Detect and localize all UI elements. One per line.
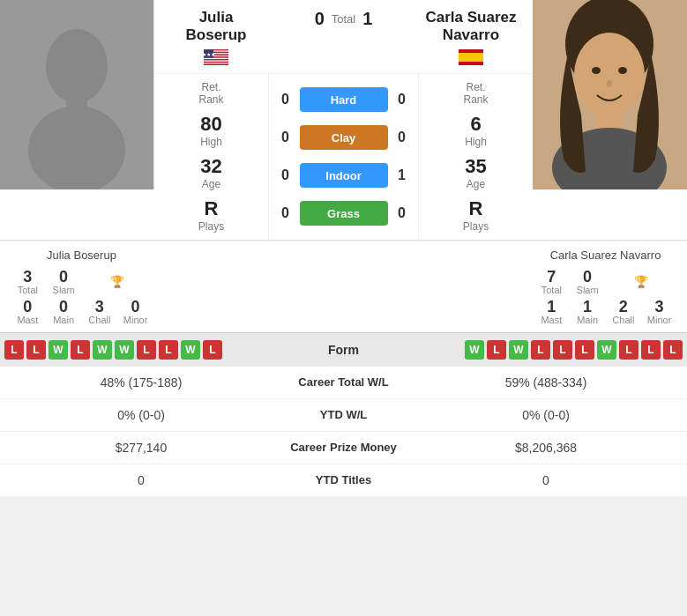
svg-point-22	[574, 33, 645, 117]
grass-score-right: 0	[393, 205, 411, 221]
names-row: Julia Boserup	[154, 0, 533, 74]
right-minor-label: Minor	[645, 315, 674, 325]
left-minor-value: 0	[121, 299, 150, 315]
right-ret-rank: Ret. Rank	[463, 81, 488, 106]
grass-court-row: 0 Grass 0	[269, 201, 418, 226]
right-name-block: Carla Suarez Navarro	[414, 9, 528, 69]
left-mast-label: Mast	[13, 315, 42, 325]
form-badge: L	[71, 340, 90, 360]
left-total-value: 3	[13, 269, 42, 285]
right-main-stat: 1 Main	[573, 299, 602, 325]
career-wl-label: Career Total W/L	[278, 375, 409, 389]
left-high-block: 80 High	[200, 113, 222, 148]
left-chall-label: Chall	[86, 315, 115, 325]
center-area: Julia Boserup	[154, 0, 533, 240]
right-ytd-titles: 0	[409, 473, 683, 487]
total-label: Total	[332, 12, 355, 26]
right-age-label: Age	[465, 178, 486, 190]
left-player-photo	[0, 0, 154, 189]
right-high-block: 6 High	[465, 113, 487, 148]
left-plays-value: R	[198, 197, 224, 220]
form-badge: L	[531, 340, 550, 360]
right-total-score: 1	[362, 9, 372, 29]
form-badge: L	[619, 340, 638, 360]
right-trophy-icon: 🏆	[634, 275, 648, 288]
clay-court-btn[interactable]: Clay	[300, 125, 388, 150]
left-trophy-icon: 🏆	[110, 275, 124, 288]
form-badge: L	[575, 340, 594, 360]
form-badge: W	[115, 340, 134, 360]
left-name-block: Julia Boserup	[159, 9, 273, 69]
left-high-value: 80	[200, 113, 222, 136]
right-total-value: 7	[537, 269, 566, 285]
form-badge: W	[509, 340, 528, 360]
form-badge: L	[641, 340, 661, 360]
grass-court-btn[interactable]: Grass	[300, 201, 388, 226]
svg-point-2	[28, 106, 125, 189]
right-ret-label: Ret.	[463, 81, 488, 93]
name-labels-row: Julia Boserup 3 Total 0 Slam 🏆 0 Mast	[0, 241, 687, 332]
form-badge: W	[597, 340, 616, 360]
ytd-titles-label: YTD Titles	[278, 473, 409, 486]
right-minor-stat: 3 Minor	[645, 299, 674, 325]
left-form-badges: LLWLWWLLWL	[4, 340, 278, 360]
right-high-label: High	[465, 136, 487, 148]
right-slam-stat: 0 Slam	[573, 269, 602, 295]
right-player-name-line2: Navarro	[414, 26, 528, 44]
right-chall-label: Chall	[609, 315, 638, 325]
left-chall-stat: 3 Chall	[86, 299, 115, 325]
left-total-stat: 3 Total	[13, 269, 42, 295]
svg-rect-15	[204, 63, 228, 64]
form-badge: W	[49, 340, 68, 360]
right-trophy-area: 🏆	[609, 269, 675, 295]
left-flag: ★★★	[159, 49, 273, 69]
right-form-badges: WLWLLLWLLL	[409, 340, 683, 360]
left-main-label: Main	[49, 315, 78, 325]
right-mast-label: Mast	[537, 315, 566, 325]
ytd-titles-row: 0 YTD Titles 0	[0, 464, 687, 497]
svg-text:★★★: ★★★	[204, 52, 215, 57]
svg-point-25	[607, 80, 612, 87]
left-age-block: 32 Age	[200, 155, 221, 190]
left-main-value: 0	[49, 299, 78, 315]
prize-label: Career Prize Money	[278, 441, 409, 454]
svg-point-23	[592, 67, 601, 74]
indoor-score-right: 1	[393, 167, 411, 183]
left-name-label-text: Julia Boserup	[4, 249, 159, 262]
hard-court-row: 0 Hard 0	[269, 87, 418, 112]
left-mast-stat: 0 Mast	[13, 299, 42, 325]
left-plays-label: Plays	[198, 220, 224, 233]
career-wl-row: 48% (175-188) Career Total W/L 59% (488-…	[0, 367, 687, 399]
left-ytd-wl: 0% (0-0)	[4, 408, 278, 422]
left-ret-label: Ret.	[198, 81, 223, 93]
left-player-stats: Ret. Rank 80 High 32 Age R Plays	[154, 74, 269, 240]
clay-court-row: 0 Clay 0	[269, 125, 418, 150]
left-main-stat: 0 Main	[49, 299, 78, 325]
ytd-wl-label: YTD W/L	[278, 408, 409, 421]
grass-score-left: 0	[277, 205, 295, 221]
form-badge: L	[26, 340, 46, 360]
form-label: Form	[278, 343, 409, 357]
right-career-wl: 59% (488-334)	[409, 375, 683, 390]
left-age-label: Age	[200, 178, 221, 190]
right-total-label: Total	[537, 285, 566, 295]
svg-rect-12	[204, 60, 228, 61]
right-mast-value: 1	[537, 299, 566, 315]
right-plays-label: Plays	[463, 220, 489, 233]
left-plays-block: R Plays	[198, 197, 224, 233]
right-main-value: 1	[573, 299, 602, 315]
hard-court-btn[interactable]: Hard	[300, 87, 388, 112]
left-high-label: High	[200, 136, 222, 148]
right-age-value: 35	[465, 155, 486, 178]
right-prize: $8,206,368	[409, 441, 683, 455]
left-ytd-titles: 0	[4, 473, 278, 487]
form-section: LLWLWWLLWL Form WLWLLLWLLL	[0, 332, 687, 367]
svg-rect-11	[204, 59, 228, 60]
right-flag	[414, 49, 528, 69]
indoor-court-btn[interactable]: Indoor	[300, 163, 388, 188]
left-player-name-line1: Julia	[159, 9, 273, 26]
right-slam-label: Slam	[573, 285, 602, 295]
right-chall-value: 2	[609, 299, 638, 315]
svg-rect-10	[204, 57, 228, 58]
svg-rect-13	[204, 62, 228, 63]
